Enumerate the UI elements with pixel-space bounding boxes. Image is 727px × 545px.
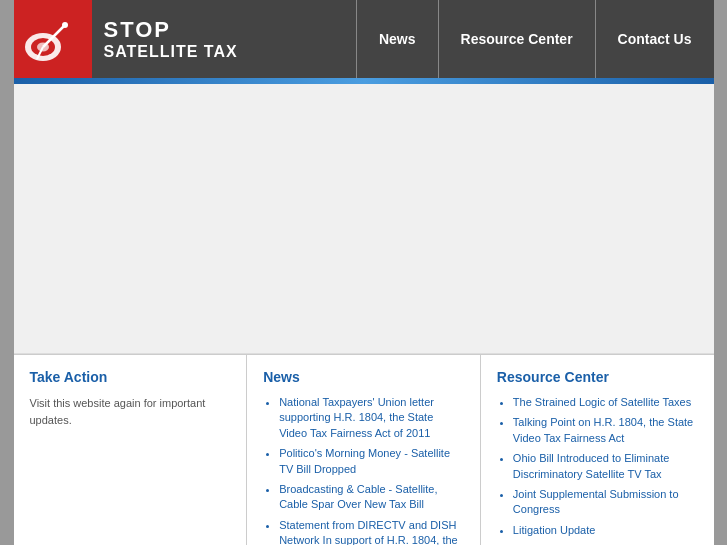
resource-item[interactable]: Joint Supplemental Submission to Congres… bbox=[513, 487, 698, 518]
news-item[interactable]: Statement from DIRECTV and DISH Network … bbox=[279, 518, 464, 545]
resource-list: The Strained Logic of Satellite Taxes Ta… bbox=[497, 395, 698, 545]
banner-area bbox=[14, 84, 714, 354]
logo-text: STOP SATELLITE TAX bbox=[92, 17, 238, 61]
header: STOP SATELLITE TAX News Resource Center … bbox=[14, 0, 714, 78]
news-title: News bbox=[263, 369, 464, 385]
news-list: National Taxpayers' Union letter support… bbox=[263, 395, 464, 545]
resource-center-title: Resource Center bbox=[497, 369, 698, 385]
nav: News Resource Center Contact Us bbox=[356, 0, 714, 78]
bottom-sections: Take Action Visit this website again for… bbox=[14, 354, 714, 545]
take-action-section: Take Action Visit this website again for… bbox=[14, 355, 248, 545]
news-item[interactable]: Broadcasting & Cable - Satellite, Cable … bbox=[279, 482, 464, 513]
take-action-body: Visit this website again for important u… bbox=[30, 395, 231, 428]
resource-item[interactable]: Litigation Update bbox=[513, 523, 698, 538]
logo-icon bbox=[14, 0, 92, 78]
page-wrapper: STOP SATELLITE TAX News Resource Center … bbox=[14, 0, 714, 545]
nav-resource-center[interactable]: Resource Center bbox=[438, 0, 595, 78]
resource-item[interactable]: Ohio Bill Introduced to Eliminate Discri… bbox=[513, 451, 698, 482]
svg-point-4 bbox=[62, 22, 68, 28]
take-action-title: Take Action bbox=[30, 369, 231, 385]
nav-news[interactable]: News bbox=[356, 0, 438, 78]
resource-center-section: Resource Center The Strained Logic of Sa… bbox=[481, 355, 714, 545]
nav-contact-us[interactable]: Contact Us bbox=[595, 0, 714, 78]
satellite-dish-icon bbox=[23, 9, 83, 69]
logo-stop: STOP bbox=[104, 17, 238, 43]
logo-satellite-tax: SATELLITE TAX bbox=[104, 43, 238, 61]
resource-item[interactable]: Talking Point on H.R. 1804, the State Vi… bbox=[513, 415, 698, 446]
logo-area: STOP SATELLITE TAX bbox=[14, 0, 238, 78]
news-item[interactable]: National Taxpayers' Union letter support… bbox=[279, 395, 464, 441]
news-section: News National Taxpayers' Union letter su… bbox=[247, 355, 481, 545]
news-item[interactable]: Politico's Morning Money - Satellite TV … bbox=[279, 446, 464, 477]
resource-item[interactable]: The Strained Logic of Satellite Taxes bbox=[513, 395, 698, 410]
